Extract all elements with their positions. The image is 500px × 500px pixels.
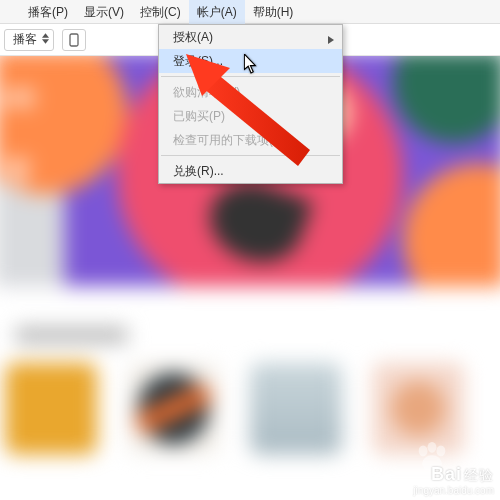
menu-divider [161,76,340,77]
menu-control[interactable]: 控制(C) [132,0,189,24]
svg-marker-3 [328,36,334,44]
section-title-placeholder [15,327,127,343]
menu-item-label: 欲购清单(W) [173,84,240,101]
tile[interactable] [128,363,220,455]
tile[interactable] [372,363,464,455]
svg-rect-2 [70,34,78,46]
chevron-right-icon [328,33,334,47]
menu-view[interactable]: 显示(V) [76,0,132,24]
svg-point-8 [428,442,437,453]
menu-item-signin[interactable]: 登录(S)... [159,49,342,73]
menu-item-label: 登录(S)... [173,53,223,70]
tile-row [5,363,495,455]
source-selector-label: 播客 [13,31,37,48]
menu-item-label: 兑换(R)... [173,163,224,180]
menu-item-redeem[interactable]: 兑换(R)... [159,159,342,183]
device-button[interactable] [62,29,86,51]
svg-point-10 [422,455,442,471]
menu-item-checkdownloads: 检查可用的下载项(D)... [159,128,342,152]
menu-help[interactable]: 帮助(H) [245,0,302,24]
banner-sub: 节 [1,154,32,196]
account-dropdown: 授权(A) 登录(S)... 欲购清单(W) 已购买(P) 检查可用的下载项(D… [158,24,343,184]
svg-marker-1 [42,39,49,43]
menu-item-authorize[interactable]: 授权(A) [159,25,342,49]
tile[interactable] [250,363,342,455]
source-selector[interactable]: 播客 [4,29,54,51]
menu-item-label: 已购买(P) [173,108,225,125]
banner-year: 2年 [0,82,37,115]
tile[interactable] [5,363,97,455]
svg-point-7 [419,446,428,457]
menu-item-wishlist: 欲购清单(W) [159,80,342,104]
watermark-paw-icon [414,442,450,478]
menu-item-purchased: 已购买(P) [159,104,342,128]
menu-item-label: 检查可用的下载项(D)... [173,132,296,149]
svg-point-9 [436,446,445,457]
menu-podcast[interactable]: 播客(P) [20,0,76,24]
svg-marker-0 [42,33,49,37]
menu-account[interactable]: 帐户(A) [189,0,245,24]
menu-item-label: 授权(A) [173,29,213,46]
updown-icon [42,33,49,44]
menu-divider [161,155,340,156]
menubar: 播客(P) 显示(V) 控制(C) 帐户(A) 帮助(H) [0,0,500,24]
